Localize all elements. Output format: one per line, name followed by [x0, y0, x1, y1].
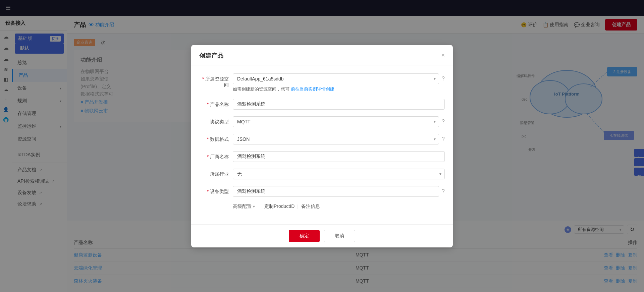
product-name-label: 产品名称	[199, 99, 233, 108]
advanced-config-arrow-icon: ▾	[253, 204, 255, 209]
advanced-separator: |	[297, 204, 299, 209]
advanced-config-control: 高级配置 ▾ 定制ProductID | 备注信息	[233, 203, 445, 210]
modal-header: 创建产品 ×	[191, 45, 453, 65]
data-format-help-icon[interactable]: ?	[442, 136, 445, 142]
resource-space-label: 所属资源空间	[199, 73, 233, 88]
device-type-row: 设备类型 ?	[199, 186, 445, 197]
advanced-config-spacer	[199, 203, 233, 206]
advanced-options: 定制ProductID | 备注信息	[264, 203, 320, 210]
advanced-option-2[interactable]: 备注信息	[301, 203, 320, 210]
data-format-row: 数据格式 JSON 二进制码流 ▾ ?	[199, 134, 445, 144]
device-type-label: 设备类型	[199, 186, 233, 195]
modal-close-button[interactable]: ×	[441, 52, 445, 59]
protocol-type-help-icon[interactable]: ?	[442, 119, 445, 125]
advanced-config-toggle[interactable]: 高级配置 ▾	[233, 203, 255, 210]
modal-title: 创建产品	[199, 52, 223, 60]
data-format-control: JSON 二进制码流 ▾ ?	[233, 134, 445, 144]
product-name-control	[233, 99, 445, 110]
product-name-row: 产品名称	[199, 99, 445, 110]
protocol-type-control: MQTT CoAP HTTP ▾ ?	[233, 116, 445, 127]
data-format-select[interactable]: JSON 二进制码流	[233, 134, 439, 144]
modal-footer: 确定 取消	[191, 224, 453, 247]
advanced-option-1[interactable]: 定制ProductID	[264, 203, 294, 210]
product-name-input[interactable]	[233, 99, 445, 110]
manufacturer-label: 厂商名称	[199, 151, 233, 160]
industry-label: 所属行业	[199, 169, 233, 177]
industry-select[interactable]: 无 智慧城市 智慧交通	[233, 169, 445, 179]
cancel-button[interactable]: 取消	[324, 230, 355, 242]
industry-row: 所属行业 无 智慧城市 智慧交通 ▾	[199, 169, 445, 179]
resource-space-select[interactable]: DefaultApp_61a5sddb	[233, 73, 439, 84]
data-format-label: 数据格式	[199, 134, 233, 142]
device-type-input[interactable]	[233, 186, 439, 197]
resource-space-control: DefaultApp_61a5sddb ▾ ? 如需创建新的资源空间，您可 前往…	[233, 73, 445, 92]
advanced-config-label: 高级配置	[233, 203, 252, 210]
protocol-type-label: 协议类型	[199, 116, 233, 125]
manufacturer-control	[233, 151, 445, 162]
confirm-button[interactable]: 确定	[289, 230, 320, 242]
modal-overlay[interactable]: 创建产品 × 所属资源空间 DefaultApp_61a5sddb ▾ ?	[0, 0, 644, 292]
advanced-config-row: 高级配置 ▾ 定制ProductID | 备注信息	[199, 203, 445, 210]
manufacturer-input[interactable]	[233, 151, 445, 162]
resource-space-hint: 如需创建新的资源空间，您可 前往当前实例详情创建	[233, 86, 445, 92]
industry-control: 无 智慧城市 智慧交通 ▾	[233, 169, 445, 179]
device-type-control: ?	[233, 186, 445, 197]
resource-space-hint-link[interactable]: 前往当前实例详情创建	[291, 86, 334, 92]
protocol-type-select[interactable]: MQTT CoAP HTTP	[233, 116, 439, 127]
modal-body: 所属资源空间 DefaultApp_61a5sddb ▾ ? 如需创建新的资源空…	[191, 65, 453, 224]
protocol-type-row: 协议类型 MQTT CoAP HTTP ▾ ?	[199, 116, 445, 127]
create-product-modal: 创建产品 × 所属资源空间 DefaultApp_61a5sddb ▾ ?	[191, 45, 453, 247]
device-type-help-icon[interactable]: ?	[442, 188, 445, 194]
resource-space-help-icon[interactable]: ?	[442, 76, 445, 82]
manufacturer-row: 厂商名称	[199, 151, 445, 162]
resource-space-row: 所属资源空间 DefaultApp_61a5sddb ▾ ? 如需创建新的资源空…	[199, 73, 445, 92]
